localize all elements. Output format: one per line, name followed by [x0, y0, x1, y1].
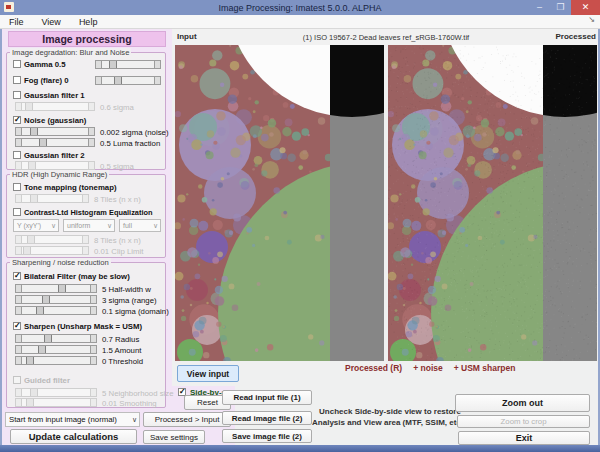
clahe-range-dropdown[interactable]: full∨ [119, 219, 161, 232]
gaussian-filter-1-label: Gaussian filter 1 [24, 91, 85, 100]
zoom-out-button[interactable]: Zoom out [455, 394, 590, 412]
guided-smooth-slider[interactable] [15, 398, 97, 407]
close-button-icon[interactable]: ✕ [571, 0, 600, 15]
usm-threshold-value: 0 Threshold [102, 357, 143, 366]
section-image-degradation: Image degradation: Blur and Noise Gamma … [6, 52, 166, 170]
noise-sigma-slider[interactable] [15, 127, 95, 136]
processed-caption-main: Processed (R) [345, 363, 402, 373]
clahe-distribution-dropdown[interactable]: uniform∨ [63, 219, 115, 232]
section-sharpening-title: Sharpening / noise reduction [10, 258, 111, 267]
fog-slider[interactable] [95, 76, 161, 85]
gamma-label: Gamma 0.5 [24, 60, 66, 69]
input-image-canvas[interactable] [175, 45, 384, 361]
processed-caption-usm: + USM sharpen [454, 363, 516, 373]
fog-label: Fog (flare) 0 [24, 76, 69, 85]
window-title: Image Processing: Imatest 5.0.0. ALPHA [0, 3, 600, 13]
section-hdr: HDR (High Dynamic Range) Tone mapping (t… [6, 174, 166, 258]
input-pane-label: Input [177, 32, 197, 41]
panel-title: Image processing [8, 31, 166, 47]
gaussian-filter-1-slider[interactable] [15, 102, 95, 111]
clahe-clip-slider[interactable] [15, 246, 89, 255]
clahe-checkbox[interactable] [13, 208, 21, 216]
gaussian-filter-1-value: 0.6 sigma [100, 103, 134, 112]
clahe-colorspace-dropdown[interactable]: Y (xyY')∨ [13, 219, 59, 232]
processed-image-canvas[interactable] [388, 45, 597, 361]
tone-mapping-slider[interactable] [15, 194, 89, 203]
usm-amount-value: 1.5 Amount [102, 346, 141, 355]
noise-luma-slider[interactable] [15, 138, 95, 147]
menu-file[interactable]: File [9, 17, 24, 27]
tone-mapping-label: Tone mapping (tonemap) [24, 183, 117, 192]
noise-checkbox[interactable] [13, 116, 21, 124]
section-sharpening: Sharpening / noise reduction Bilateral F… [6, 262, 166, 408]
bilateral-domain-slider[interactable] [15, 306, 97, 315]
read-input-file-button[interactable]: Read input file (1) [222, 390, 312, 405]
guided-filter-checkbox[interactable] [13, 376, 21, 384]
section-image-degradation-title: Image degradation: Blur and Noise [10, 48, 131, 57]
update-calculations-button[interactable]: Update calculations [10, 429, 137, 444]
bilateral-range-value: 3 sigma (range) [102, 296, 157, 305]
save-settings-button[interactable]: Save settings [143, 430, 205, 444]
image-filename: (1) ISO 19567-2 Dead leaves ref_sRGB-176… [240, 33, 532, 42]
gaussian-filter-2-checkbox[interactable] [13, 151, 21, 159]
clahe-tiles-slider[interactable] [15, 235, 89, 244]
menu-help[interactable]: Help [79, 17, 98, 27]
guided-size-slider[interactable] [15, 388, 97, 397]
noise-luma-value: 0.5 Luma fraction [100, 139, 160, 148]
save-image-file-button[interactable]: Save image file (2) [222, 429, 312, 443]
processed-caption-noise: + noise [413, 363, 443, 373]
gaussian-filter-1-checkbox[interactable] [13, 91, 21, 99]
gamma-checkbox[interactable] [13, 60, 21, 68]
start-from-dropdown[interactable]: Start from input image (normal)∨ [5, 412, 140, 427]
clahe-tiles-value: 8 Tiles (n x n) [94, 236, 141, 245]
zoom-to-crop-button[interactable]: Zoom to crop [457, 415, 590, 428]
fog-checkbox[interactable] [13, 76, 21, 84]
processed-caption: Processed (R) + noise + USM sharpen [345, 363, 515, 373]
section-hdr-title: HDR (High Dynamic Range) [10, 170, 109, 179]
clahe-clip-value: 0.01 Clip Limit [94, 247, 143, 256]
guided-filter-label: Guided filter [24, 376, 70, 385]
usm-label: Sharpen (Unsharp Mask = USM) [24, 322, 142, 331]
clahe-label: Contrast-Ltd Histogram Equalization [24, 208, 153, 217]
chevron-down-icon: ∨ [51, 220, 56, 231]
title-bar: Image Processing: Imatest 5.0.0. ALPHA –… [0, 0, 600, 15]
view-input-button[interactable]: View input [177, 365, 239, 382]
chevron-down-icon: ∨ [153, 220, 158, 231]
usm-radius-slider[interactable] [15, 334, 97, 343]
chevron-down-icon: ∨ [107, 220, 112, 231]
guided-smooth-value: 0.01 Smoothing [102, 399, 157, 408]
minimize-button-icon[interactable]: – [529, 0, 550, 15]
gamma-slider[interactable] [95, 60, 161, 69]
bilateral-label: Bilateral Filter (may be slow) [24, 272, 130, 281]
usm-amount-slider[interactable] [15, 345, 97, 354]
window-frame-left [0, 29, 2, 452]
processed-to-input-button[interactable]: Processed > Input [143, 412, 231, 427]
guided-size-value: 5 Neighborhood size [102, 389, 174, 398]
bilateral-checkbox[interactable] [13, 272, 21, 280]
noise-label: Noise (gaussian) [24, 116, 86, 125]
menu-view[interactable]: View [42, 17, 61, 27]
processed-pane-label: Processed [556, 32, 596, 41]
bilateral-halfwidth-slider[interactable] [15, 284, 97, 293]
bilateral-domain-value: 0.1 sigma (domain) [102, 307, 169, 316]
usm-threshold-slider[interactable] [15, 356, 97, 365]
maximize-button-icon[interactable]: ❐ [550, 0, 571, 15]
usm-radius-value: 0.7 Radius [102, 335, 139, 344]
menu-bar: File View Help ↘ [0, 15, 600, 29]
usm-checkbox[interactable] [13, 322, 21, 330]
tone-mapping-value: 8 Tiles (n x n) [94, 195, 141, 204]
app-window: Image Processing: Imatest 5.0.0. ALPHA –… [0, 0, 600, 452]
bilateral-halfwidth-value: 5 Half-width w [102, 285, 151, 294]
noise-sigma-value: 0.002 sigma (noise) [100, 128, 168, 137]
gaussian-filter-2-label: Gaussian filter 2 [24, 151, 85, 160]
gaussian-filter-2-slider[interactable] [15, 161, 95, 170]
tone-mapping-checkbox[interactable] [13, 183, 21, 191]
chevron-down-icon: ∨ [132, 413, 137, 426]
dock-arrow-icon[interactable]: ↘ [588, 15, 595, 24]
bilateral-range-slider[interactable] [15, 295, 97, 304]
exit-button[interactable]: Exit [458, 431, 590, 445]
window-frame-bottom [0, 445, 600, 452]
